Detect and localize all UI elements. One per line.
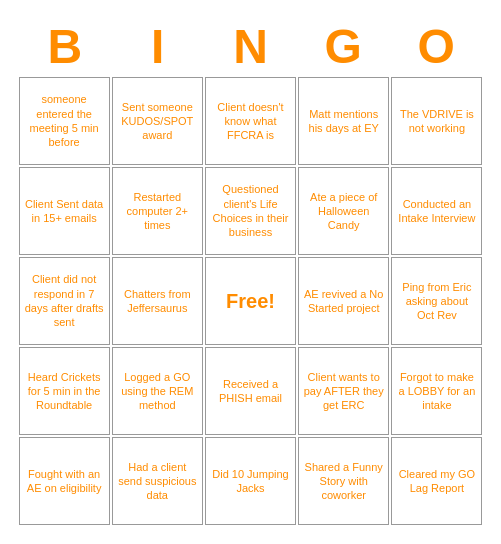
bingo-cell-9[interactable]: Conducted an Intake Interview xyxy=(391,167,482,255)
bingo-cell-7[interactable]: Questioned client's Life Choices in thei… xyxy=(205,167,296,255)
bingo-card: BINGO someone entered the meeting 5 min … xyxy=(11,11,491,533)
header-letter-g: G xyxy=(297,19,390,75)
bingo-cell-3[interactable]: Matt mentions his days at EY xyxy=(298,77,389,165)
bingo-cell-21[interactable]: Had a client send suspicious data xyxy=(112,437,203,525)
bingo-cell-5[interactable]: Client Sent data in 15+ emails xyxy=(19,167,110,255)
bingo-grid: someone entered the meeting 5 min before… xyxy=(19,77,483,525)
bingo-cell-18[interactable]: Client wants to pay AFTER they get ERC xyxy=(298,347,389,435)
bingo-header: BINGO xyxy=(19,19,483,75)
bingo-cell-19[interactable]: Forgot to make a LOBBY for an intake xyxy=(391,347,482,435)
bingo-cell-14[interactable]: Ping from Eric asking about Oct Rev xyxy=(391,257,482,345)
header-letter-b: B xyxy=(19,19,112,75)
free-space[interactable]: Free! xyxy=(205,257,296,345)
bingo-cell-23[interactable]: Shared a Funny Story with coworker xyxy=(298,437,389,525)
bingo-cell-20[interactable]: Fought with an AE on eligibility xyxy=(19,437,110,525)
header-letter-o: O xyxy=(390,19,483,75)
bingo-cell-11[interactable]: Chatters from Jeffersaurus xyxy=(112,257,203,345)
bingo-cell-6[interactable]: Restarted computer 2+ times xyxy=(112,167,203,255)
bingo-cell-2[interactable]: Client doesn't know what FFCRA is xyxy=(205,77,296,165)
header-letter-n: N xyxy=(204,19,297,75)
bingo-cell-17[interactable]: Received a PHISH email xyxy=(205,347,296,435)
bingo-cell-13[interactable]: AE revived a No Started project xyxy=(298,257,389,345)
bingo-cell-10[interactable]: Client did not respond in 7 days after d… xyxy=(19,257,110,345)
bingo-cell-24[interactable]: Cleared my GO Lag Report xyxy=(391,437,482,525)
bingo-cell-15[interactable]: Heard Crickets for 5 min in the Roundtab… xyxy=(19,347,110,435)
header-letter-i: I xyxy=(111,19,204,75)
bingo-cell-22[interactable]: Did 10 Jumping Jacks xyxy=(205,437,296,525)
bingo-cell-1[interactable]: Sent someone KUDOS/SPOT award xyxy=(112,77,203,165)
bingo-cell-16[interactable]: Logged a GO using the REM method xyxy=(112,347,203,435)
bingo-cell-8[interactable]: Ate a piece of Halloween Candy xyxy=(298,167,389,255)
bingo-cell-4[interactable]: The VDRIVE is not working xyxy=(391,77,482,165)
bingo-cell-0[interactable]: someone entered the meeting 5 min before xyxy=(19,77,110,165)
